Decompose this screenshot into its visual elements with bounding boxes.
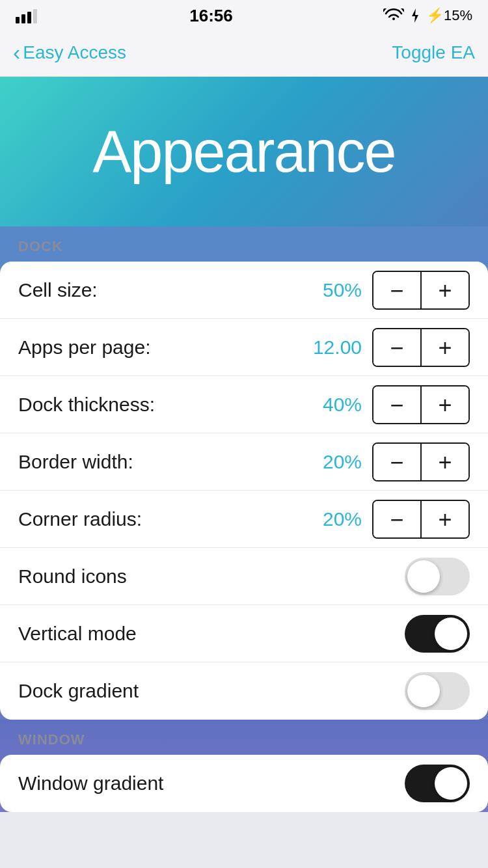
dock-thickness-controls: 40% − + [303,385,470,424]
corner-radius-increment[interactable]: + [422,501,468,539]
corner-radius-value: 20% [303,508,362,530]
page-title: Appearance [92,118,395,185]
apps-per-page-row: Apps per page: 12.00 − + [0,319,488,376]
svg-rect-3 [33,9,37,23]
vertical-mode-toggle[interactable] [405,615,470,653]
round-icons-toggle[interactable] [405,558,470,595]
dock-thickness-increment[interactable]: + [422,387,468,424]
cell-size-controls: 50% − + [303,271,470,310]
dock-gradient-label: Dock gradient [18,680,139,702]
apps-per-page-stepper: − + [372,328,470,367]
apps-per-page-increment[interactable]: + [422,329,468,367]
cell-size-increment[interactable]: + [422,272,468,310]
nav-bar: ‹ Easy Access Toggle EA [0,29,488,77]
window-gradient-label: Window gradient [18,772,163,794]
apps-per-page-value: 12.00 [303,336,362,359]
status-right: ⚡15% [383,7,472,24]
border-width-decrement[interactable]: − [373,444,420,481]
vertical-mode-label: Vertical mode [18,623,137,645]
header-banner: Appearance [0,77,488,226]
corner-radius-label: Corner radius: [18,508,142,530]
svg-rect-1 [21,14,25,23]
section-label-dock: DOCK [0,226,488,262]
dock-thickness-value: 40% [303,394,362,416]
corner-radius-decrement[interactable]: − [373,501,420,539]
dock-gradient-toggle[interactable] [405,672,470,710]
dock-card: Cell size: 50% − + Apps per page: 12.00 … [0,262,488,720]
back-button[interactable]: ‹ Easy Access [13,40,126,65]
cell-size-stepper: − + [372,271,470,310]
lightning-icon [409,8,421,23]
dock-thickness-label: Dock thickness: [18,394,155,416]
vertical-mode-row: Vertical mode [0,605,488,662]
back-chevron-icon: ‹ [13,40,20,65]
window-section-bg: WINDOW Window gradient [0,720,488,812]
round-icons-thumb [407,560,440,593]
svg-rect-2 [27,12,31,23]
svg-marker-4 [412,8,418,23]
border-width-stepper: − + [372,442,470,481]
toggle-ea-button[interactable]: Toggle EA [392,42,475,63]
svg-rect-0 [16,17,20,23]
section-label-window: WINDOW [0,720,488,755]
window-gradient-row: Window gradient [0,755,488,812]
corner-radius-controls: 20% − + [303,500,470,539]
dock-thickness-decrement[interactable]: − [373,387,420,424]
border-width-row: Border width: 20% − + [0,433,488,491]
dock-gradient-row: Dock gradient [0,662,488,720]
apps-per-page-label: Apps per page: [18,336,150,359]
cell-size-row: Cell size: 50% − + [0,262,488,319]
round-icons-label: Round icons [18,565,127,588]
round-icons-row: Round icons [0,548,488,605]
wifi-icon [383,8,404,23]
border-width-controls: 20% − + [303,442,470,481]
back-label: Easy Access [23,42,126,63]
apps-per-page-decrement[interactable]: − [373,329,420,367]
cell-size-value: 50% [303,279,362,301]
vertical-mode-thumb [435,617,467,650]
apps-per-page-controls: 12.00 − + [303,328,470,367]
status-bar: 16:56 ⚡15% [0,0,488,29]
battery-percent: ⚡15% [426,7,472,24]
cell-size-label: Cell size: [18,279,98,301]
cell-size-decrement[interactable]: − [373,272,420,310]
border-width-value: 20% [303,451,362,473]
border-width-label: Border width: [18,451,133,473]
border-width-increment[interactable]: + [422,444,468,481]
corner-radius-stepper: − + [372,500,470,539]
window-gradient-thumb [435,767,467,800]
status-time: 16:56 [189,6,233,26]
window-gradient-toggle[interactable] [405,765,470,802]
corner-radius-row: Corner radius: 20% − + [0,491,488,548]
window-card: Window gradient [0,755,488,812]
signal-indicator [16,8,39,23]
dock-thickness-row: Dock thickness: 40% − + [0,376,488,433]
dock-thickness-stepper: − + [372,385,470,424]
dock-gradient-thumb [407,675,440,707]
